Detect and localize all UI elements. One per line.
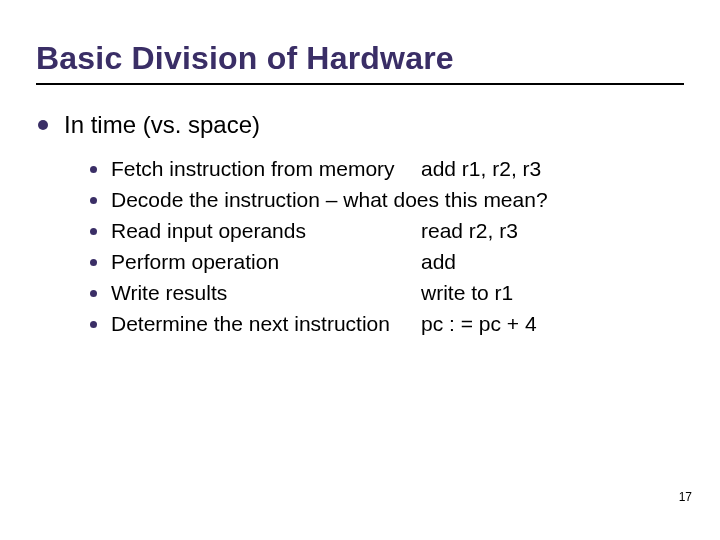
list-item: Write results write to r1 [90, 281, 684, 305]
list-item: Read input operands read r2, r3 [90, 219, 684, 243]
bullet-icon [90, 228, 97, 235]
bullet-level1-text: In time (vs. space) [64, 111, 260, 139]
step-label: Fetch instruction from memory [111, 157, 421, 181]
bullet-icon [90, 197, 97, 204]
step-example: pc : = pc + 4 [421, 312, 537, 336]
bullet-icon [90, 259, 97, 266]
list-item: Decode the instruction – what does this … [90, 188, 684, 212]
step-example: add r1, r2, r3 [421, 157, 541, 181]
step-example: write to r1 [421, 281, 513, 305]
step-label: Read input operands [111, 219, 421, 243]
bullet-level1: In time (vs. space) [38, 111, 684, 139]
page-number: 17 [679, 490, 692, 504]
bullet-icon [90, 290, 97, 297]
slide: Basic Division of Hardware In time (vs. … [0, 0, 720, 540]
bullet-icon [38, 120, 48, 130]
step-example: add [421, 250, 456, 274]
step-example: read r2, r3 [421, 219, 518, 243]
slide-title: Basic Division of Hardware [36, 40, 684, 85]
bullet-icon [90, 166, 97, 173]
step-label: Perform operation [111, 250, 421, 274]
step-label: Write results [111, 281, 421, 305]
list-item: Fetch instruction from memory add r1, r2… [90, 157, 684, 181]
sub-bullet-list: Fetch instruction from memory add r1, r2… [90, 157, 684, 336]
step-label: Determine the next instruction [111, 312, 421, 336]
list-item: Determine the next instruction pc : = pc… [90, 312, 684, 336]
list-item: Perform operation add [90, 250, 684, 274]
step-label: Decode the instruction – what does this … [111, 188, 548, 212]
bullet-icon [90, 321, 97, 328]
